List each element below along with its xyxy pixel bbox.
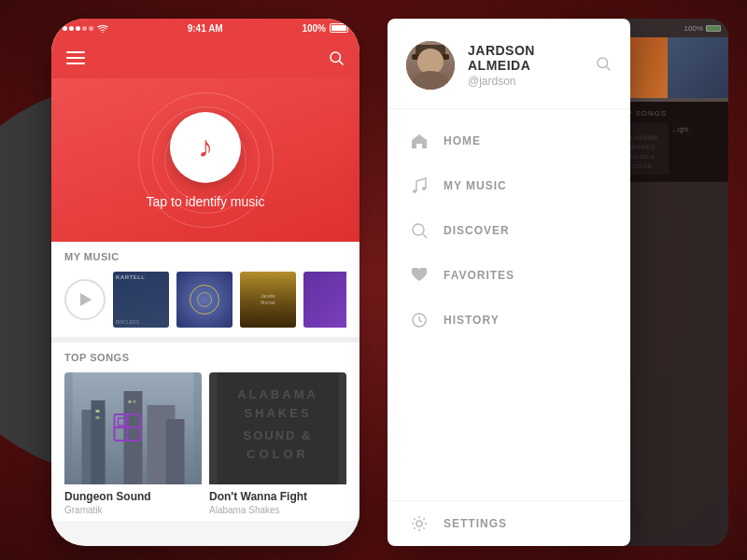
hamburger-line-1 — [66, 51, 85, 53]
heart-icon — [410, 266, 429, 285]
song-card-dungeon[interactable]: Dungeon Sound Gramatik — [64, 372, 202, 521]
album-yellow-text: JanelleMonaé — [261, 293, 275, 306]
signal-dot-3 — [76, 26, 80, 31]
album-circle-inner — [197, 292, 212, 307]
nav-label-history: HISTORY — [444, 314, 500, 327]
drawer-user-info: JARDSON ALMEIDA @jardson — [468, 43, 582, 88]
user-avatar — [406, 41, 455, 90]
music-albums-row: KARTELL BRICLERS JanelleMonaé — [64, 272, 346, 328]
signal-dot-1 — [63, 26, 67, 31]
battery-icon — [330, 23, 348, 33]
nav-item-settings[interactable]: SETTINGS — [388, 500, 630, 546]
nav-label-settings: SETTINGS — [444, 517, 507, 530]
nav-item-history[interactable]: HISTORY — [388, 298, 630, 343]
signal-indicator — [63, 26, 93, 31]
my-music-section: MY MUSIC KARTELL BRICLERS — [51, 242, 359, 337]
music-note-icon: ♪ — [198, 130, 213, 164]
bg-song-info-text: ...ight — [672, 126, 688, 133]
nav-label-discover: DISCOVER — [444, 224, 510, 237]
song-thumb-dungeon — [64, 372, 202, 484]
nav-item-discover[interactable]: DISCOVER — [388, 208, 630, 253]
hero-label: Tap to identify music — [147, 194, 265, 209]
home-icon — [410, 132, 429, 150]
phone-left: 9:41 AM 100% ♪ Tap to identify musi — [51, 19, 359, 546]
svg-point-22 — [598, 58, 608, 68]
svg-rect-10 — [96, 416, 100, 419]
svg-rect-8 — [166, 419, 185, 484]
svg-point-24 — [413, 189, 416, 193]
song-title-dungeon: Dungeon Sound — [64, 490, 202, 503]
svg-point-29 — [416, 521, 422, 526]
hero-section: ♪ Tap to identify music — [51, 78, 359, 242]
songs-grid: Dungeon Sound Gramatik ALABAMA SHAKES SO… — [64, 372, 346, 521]
signal-dot-4 — [82, 26, 87, 31]
avatar-body — [412, 71, 449, 90]
hamburger-menu-button[interactable] — [66, 51, 85, 64]
album-purple[interactable] — [303, 272, 346, 328]
my-music-title: MY MUSIC — [64, 251, 346, 262]
wifi-icon — [97, 24, 108, 33]
history-icon — [410, 311, 429, 329]
search-icon[interactable] — [328, 49, 345, 66]
signal-dot-2 — [69, 26, 74, 31]
song-title-alabama: Don't Wanna Fight — [209, 490, 346, 503]
svg-line-23 — [606, 66, 610, 70]
nav-item-favorites[interactable]: FAVORITES — [388, 253, 630, 298]
svg-text:ALABAMA: ALABAMA — [237, 387, 318, 401]
svg-line-27 — [423, 234, 427, 238]
song-artist-dungeon: Gramatik — [64, 505, 202, 515]
battery-pct: 100% — [302, 23, 326, 34]
nav-label-favorites: FAVORITES — [444, 269, 514, 282]
battery-fill — [331, 25, 346, 31]
signal-dot-5 — [89, 26, 93, 31]
hamburger-line-2 — [66, 57, 85, 59]
bg-album-2 — [668, 37, 728, 98]
bg-song-thumbs: ALABAMA SHAKES SOUND & COLOR ...ight — [614, 123, 721, 175]
top-songs-title: TOP SONGS — [64, 352, 346, 363]
top-songs-section: TOP SONGS — [51, 337, 359, 521]
drawer-panel: JARDSON ALMEIDA @jardson HOME — [388, 19, 630, 546]
song-card-alabama[interactable]: ALABAMA SHAKES SOUND & COLOR Don't Wanna… — [209, 372, 346, 521]
status-left — [63, 24, 108, 33]
nav-label-home: HOME — [444, 134, 481, 147]
nav-item-home[interactable]: HOME — [388, 119, 630, 163]
album-kartell[interactable]: KARTELL BRICLERS — [113, 272, 169, 328]
status-bar: 9:41 AM 100% — [51, 19, 359, 37]
song-info-alabama: Don't Wanna Fight Alabama Shakes — [209, 484, 346, 521]
drawer-header: JARDSON ALMEIDA @jardson — [388, 19, 630, 109]
discover-icon — [410, 221, 429, 240]
song-info-dungeon: Dungeon Sound Gramatik — [64, 484, 202, 521]
svg-text:SHAKES: SHAKES — [244, 406, 311, 420]
svg-rect-5 — [92, 400, 106, 484]
album-blue[interactable] — [176, 272, 233, 328]
svg-text:COLOR: COLOR — [631, 163, 652, 169]
drawer-search-button[interactable] — [595, 55, 612, 76]
settings-gear-icon — [410, 514, 429, 533]
bg-song-info: ...ight — [672, 123, 688, 175]
svg-point-25 — [422, 187, 426, 190]
svg-text:SHAKES: SHAKES — [627, 144, 655, 150]
play-button[interactable] — [64, 279, 106, 320]
identify-music-button[interactable]: ♪ — [170, 112, 241, 183]
nav-item-mymusic[interactable]: MY MUSIC — [388, 163, 630, 208]
hamburger-line-3 — [66, 63, 85, 64]
svg-line-1 — [339, 61, 343, 64]
bg-topsongs-label: TOP SONGS — [614, 109, 721, 118]
svg-point-0 — [331, 52, 341, 63]
album-yellow[interactable]: JanelleMonaé — [240, 272, 296, 328]
avatar-image — [406, 41, 455, 90]
bg-battery-icon — [706, 25, 721, 32]
svg-rect-9 — [96, 410, 100, 413]
music-icon — [410, 176, 429, 195]
nav-label-mymusic: MY MUSIC — [444, 179, 507, 192]
drawer-username: JARDSON ALMEIDA — [468, 43, 582, 73]
album-circle-icon — [190, 285, 219, 315]
play-triangle-icon — [80, 293, 92, 306]
drawer-handle: @jardson — [468, 75, 582, 88]
album-purple-bg — [303, 272, 346, 328]
drawer-search-icon — [595, 55, 612, 72]
dungeon-building-svg — [64, 372, 202, 484]
svg-text:SOUND &: SOUND & — [628, 154, 655, 160]
bg-battery: 100% — [684, 24, 721, 33]
song-thumb-alabama: ALABAMA SHAKES SOUND & COLOR — [209, 372, 346, 484]
